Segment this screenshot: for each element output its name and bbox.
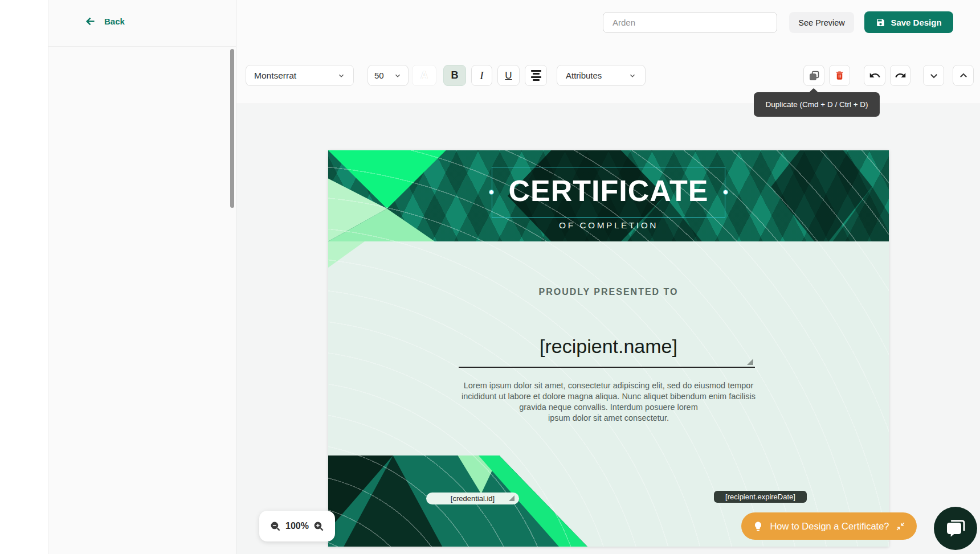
recipient-underline xyxy=(459,367,755,368)
undo-icon xyxy=(869,69,881,81)
font-size-select[interactable]: 50 xyxy=(368,65,409,86)
app-root: CERTIFICATE OF COMPLETION PROUDLY PRESEN… xyxy=(0,0,980,554)
save-design-label: Save Design xyxy=(891,18,941,27)
chevron-down-icon xyxy=(628,72,636,80)
move-down-button[interactable] xyxy=(923,65,944,86)
align-icon xyxy=(531,70,541,72)
save-design-button[interactable]: Save Design xyxy=(864,11,953,33)
chat-launcher-button[interactable] xyxy=(934,507,977,550)
font-family-value: Montserrat xyxy=(254,71,296,81)
credential-id-placeholder[interactable]: [credential.id] xyxy=(426,493,519,504)
presented-label[interactable]: PROUDLY PRESENTED TO xyxy=(328,287,889,297)
body-line: incididunt ut labore et dolore magna ali… xyxy=(460,391,757,402)
zoom-in-icon[interactable] xyxy=(313,521,324,532)
icon-rail xyxy=(0,0,48,554)
zoom-out-icon[interactable] xyxy=(270,521,281,532)
credential-id-text: [credential.id] xyxy=(451,494,495,503)
redo-button[interactable] xyxy=(890,65,910,86)
trash-icon xyxy=(834,70,845,81)
text-align-button[interactable] xyxy=(525,65,547,86)
body-line: Lorem ipsum dolor sit amet, consectetur … xyxy=(460,380,757,391)
certificate-subtitle[interactable]: OF COMPLETION xyxy=(328,220,889,231)
redo-icon xyxy=(895,69,906,81)
lightbulb-icon xyxy=(753,521,763,532)
expire-date-text: [recipient.expireDate] xyxy=(725,493,795,501)
attributes-label: Attributes xyxy=(566,71,602,80)
duplicate-tooltip: Duplicate (Cmd + D / Ctrl + D) xyxy=(754,92,880,117)
chevron-down-icon xyxy=(394,72,402,80)
attributes-select[interactable]: Attributes xyxy=(557,65,646,86)
zoom-level: 100% xyxy=(285,521,309,531)
certificate-canvas[interactable]: CERTIFICATE OF COMPLETION PROUDLY PRESEN… xyxy=(328,150,889,547)
how-to-design-label: How to Design a Certificate? xyxy=(770,521,889,532)
chevron-up-icon xyxy=(958,71,969,81)
font-size-value: 50 xyxy=(374,71,384,80)
duplicate-icon xyxy=(808,70,820,81)
certificate-body-text[interactable]: Lorem ipsum dolor sit amet, consectetur … xyxy=(460,380,757,424)
back-button[interactable]: Back xyxy=(84,15,125,27)
body-line: gravida neque convallis. Interdum posuer… xyxy=(460,402,757,413)
font-color-button[interactable]: A xyxy=(412,65,436,86)
collapse-arrows-icon xyxy=(896,522,905,531)
save-icon xyxy=(876,18,885,27)
font-family-select[interactable]: Montserrat xyxy=(246,65,354,86)
italic-button[interactable]: I xyxy=(471,65,492,86)
back-label: Back xyxy=(104,17,125,26)
see-preview-button[interactable]: See Preview xyxy=(789,12,854,33)
body-line: ipsum dolor sit amet consectetur. xyxy=(460,413,757,424)
left-panel xyxy=(48,0,236,554)
duplicate-button[interactable] xyxy=(803,65,824,86)
undo-button[interactable] xyxy=(864,65,885,86)
certificate-left-wedge xyxy=(328,241,365,268)
recipient-name-placeholder[interactable]: [recipient.name] xyxy=(328,335,889,358)
recipient-resize-handle[interactable] xyxy=(747,359,753,365)
zoom-control: 100% xyxy=(259,511,335,541)
panel-scrollbar[interactable] xyxy=(230,49,234,208)
bold-button[interactable]: B xyxy=(443,65,466,86)
back-arrow-icon xyxy=(84,15,96,27)
how-to-design-button[interactable]: How to Design a Certificate? xyxy=(741,512,917,540)
left-panel-header xyxy=(48,0,236,47)
delete-button[interactable] xyxy=(829,65,850,86)
chevron-down-icon xyxy=(929,71,939,81)
certificate-title[interactable]: CERTIFICATE xyxy=(328,174,889,208)
credential-id-resize-handle[interactable] xyxy=(509,495,514,501)
chat-bubble-icon xyxy=(944,517,967,540)
move-up-button[interactable] xyxy=(953,65,974,86)
chevron-down-icon xyxy=(337,72,345,80)
design-name-input[interactable] xyxy=(603,12,777,33)
expire-date-placeholder[interactable]: [recipient.expireDate] xyxy=(714,491,807,503)
tooltip-text: Duplicate (Cmd + D / Ctrl + D) xyxy=(765,100,868,109)
underline-button[interactable]: U xyxy=(497,65,520,86)
